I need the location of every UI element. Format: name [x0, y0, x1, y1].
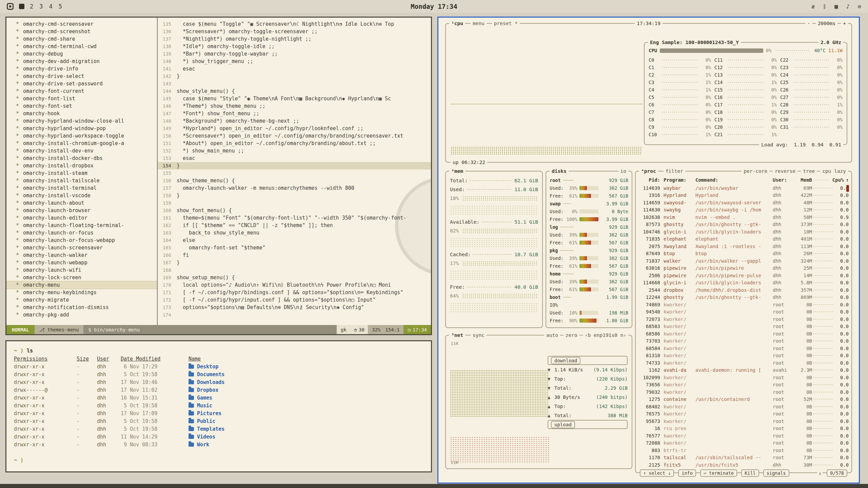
file-list-item[interactable]: * omarchy-hyprland-workspace-toggle — [6, 132, 157, 140]
process-row[interactable]: 1916 Hyprland Hyprland dhh 422M 0.0 — [638, 192, 849, 199]
reverse-toggle[interactable]: reverse — [773, 167, 797, 175]
process-row[interactable]: 68402 kworker/ root 0B 0.0 — [638, 403, 849, 410]
file-list-item[interactable]: * omarchy-launch-floating-terminal- — [6, 222, 157, 229]
kill-button[interactable]: Kill — [741, 469, 759, 477]
process-scrollbar[interactable] — [846, 185, 849, 192]
select-buttons[interactable]: ↑ select ↓ — [640, 469, 674, 477]
interface-selector[interactable]: ‹b enp191s0 n› — [583, 331, 628, 339]
process-row[interactable]: 63816 pipewire /usr/bin/pipewire dhh 25M… — [638, 265, 849, 272]
file-list-item[interactable]: * omarchy-launch-screensaver — [6, 244, 157, 251]
process-row[interactable]: 1162 avahi-da avahi-daemon: running [ av… — [638, 367, 849, 374]
menu-button[interactable]: menu — [471, 20, 487, 27]
signals-button[interactable]: signals — [763, 469, 789, 477]
process-row[interactable]: 12244 ghostty /usr/bin/ghostty --gtk- dh… — [638, 294, 849, 301]
process-row[interactable]: 104746 glycin-i /usr/lib/glycin-loaders … — [638, 228, 849, 236]
process-row[interactable]: 73703 kworker/ root 0B 0.0 — [638, 338, 849, 345]
process-row[interactable]: 2075 Xwayland Xwayland :1 -rootless - dh… — [638, 243, 849, 250]
process-row[interactable]: 803 btrfs-tr root 0B 0.0 — [638, 447, 849, 454]
file-list-item[interactable]: * omarchy-hyprland-window-pop — [6, 125, 157, 132]
tray-icon[interactable]: ▦ — [834, 3, 838, 10]
tray-icon[interactable]: ♪ — [846, 3, 850, 10]
workspace-active-indicator[interactable] — [19, 4, 24, 9]
tray-icon[interactable]: ⇵ — [811, 3, 815, 10]
file-list-item[interactable]: * omarchy-cmd-share — [6, 35, 157, 43]
file-list-item[interactable]: * omarchy-debug — [6, 50, 157, 58]
process-row[interactable]: 1275 containe /usr/bin/containerd root 5… — [638, 396, 849, 403]
process-row[interactable]: 76575 kworker/ root 0B 0.0 — [638, 410, 849, 418]
process-row[interactable]: 2544 dropbox /home/dhh/.dropbox-dist dhh… — [638, 286, 849, 294]
file-list-item[interactable]: * omarchy-menu — [6, 281, 157, 289]
filter-button[interactable]: filter — [664, 167, 685, 175]
file-list-item[interactable]: * omarchy-menu-keybindings — [6, 289, 157, 296]
zero-button[interactable]: zero — [564, 331, 579, 339]
file-list-item[interactable]: * omarchy-notification-dismiss — [6, 304, 157, 311]
process-row[interactable]: 68583 kworker/ root 0B 0.0 — [638, 323, 849, 330]
io-toggle-button[interactable]: io — [618, 167, 628, 175]
file-list-item[interactable]: * omarchy-install-dropbox — [6, 162, 157, 169]
file-list-item[interactable]: * omarchy-hyprland-window-close-all — [6, 117, 157, 125]
file-list-item[interactable]: * omarchy-install-docker-dbs — [6, 155, 157, 162]
process-row[interactable]: 102099 kworker/ root 0B 0.0 — [638, 374, 849, 381]
file-list-item[interactable]: * omarchy-install-steam — [6, 169, 157, 177]
sync-button[interactable]: sync — [471, 331, 487, 339]
process-row[interactable]: 73656 kworker/ root 0B 0.0 — [638, 381, 849, 389]
update-increase-button[interactable]: + — [841, 20, 848, 27]
preset-button[interactable]: preset * — [492, 20, 520, 27]
process-row[interactable]: 71837 walker /usr/bin/walker --gappl dhh… — [638, 257, 849, 265]
process-row[interactable]: 71835 elephant elephant dhh 401M 0.0 — [638, 236, 849, 243]
process-row[interactable]: 114668 glycin-i /usr/lib/glycin-loaders … — [638, 279, 849, 287]
process-row[interactable]: 72073 kworker/ root 0B 0.0 — [638, 316, 849, 323]
tray-icon[interactable]: ⊙ — [858, 3, 861, 10]
process-row[interactable]: 94540 kworker/ root 0B 0.0 — [638, 308, 849, 316]
file-list-item[interactable]: * omarchy-migrate — [6, 296, 157, 304]
file-list-item[interactable]: * omarchy-launch-webapp — [6, 259, 157, 266]
file-list-item[interactable]: * omarchy-font-list — [6, 95, 157, 102]
file-list-item[interactable]: * omarchy-launch-or-focus — [6, 229, 157, 237]
process-row[interactable]: 68584 kworker/ root 0B 0.0 — [638, 345, 849, 352]
file-list-item[interactable]: * omarchy-cmd-screensaver — [6, 20, 157, 28]
file-list-item[interactable]: * omarchy-install-dev-env — [6, 147, 157, 155]
process-row[interactable]: 114659 swayosd- /usr/bin/swayosd-server … — [638, 199, 849, 206]
file-list-item[interactable]: * omarchy-launch-about — [6, 199, 157, 207]
sort-selector[interactable]: cpu lazy — [820, 167, 848, 175]
file-list-item[interactable]: * omarchy-launch-editor — [6, 214, 157, 222]
process-row[interactable]: 1170 tailscal /usr/sbin/tailscaled -- ro… — [638, 454, 849, 462]
process-row[interactable]: 81310 kworker/ root 0B 0.0 — [638, 352, 849, 360]
file-list-item[interactable]: * omarchy-install-terminal — [6, 184, 157, 192]
process-row[interactable]: 74869 kworker/ root 0B 0.0 — [638, 301, 849, 308]
info-button[interactable]: info — [678, 469, 696, 477]
process-row[interactable]: 102638 nvim nvim --embed . dhh 58M 0.9 — [638, 214, 849, 221]
file-list-item[interactable]: * omarchy-cmd-screenshot — [6, 28, 157, 35]
file-list-item[interactable]: * omarchy-launch-wifi — [6, 266, 157, 274]
file-list-item[interactable]: * omarchy-lock-screen — [6, 274, 157, 281]
file-list-item[interactable]: * omarchy-dev-add-migration — [6, 58, 157, 65]
process-row[interactable]: 79032 kworker/ root 0B 0.0 — [638, 388, 849, 396]
process-row[interactable]: 2506 pipewire /usr/bin/pipewire-pulse dh… — [638, 272, 849, 279]
process-row[interactable]: 72088 kworker/ root 0B 0.0 — [638, 440, 849, 447]
process-row[interactable]: 68586 kworker/ root 0B 0.0 — [638, 330, 849, 338]
scroll-down-icon[interactable]: ↓ — [817, 470, 823, 476]
file-list-item[interactable]: * omarchy-install-vscode — [6, 192, 157, 199]
process-row[interactable]: 74733 kworker/ root 0B 0.0 — [638, 359, 849, 367]
process-row[interactable]: 76577 kworker/ root 0B 0.0 — [638, 432, 849, 440]
file-list-item[interactable]: * omarchy-font-set — [6, 102, 157, 110]
tree-toggle[interactable]: tree — [801, 167, 817, 175]
file-list-item[interactable]: * omarchy-install-tailscale — [6, 177, 157, 184]
workspace-number[interactable]: 4 — [49, 3, 53, 10]
file-list-item[interactable]: * omarchy-launch-browser — [6, 207, 157, 214]
process-row[interactable]: 16 rcu_pree root 0B 0.0 — [638, 425, 849, 432]
auto-button[interactable]: auto — [544, 331, 560, 339]
file-list-item[interactable]: * omarchy-drive-set-password — [6, 80, 157, 87]
workspace-number[interactable]: 5 — [59, 3, 62, 10]
process-row[interactable]: 2125 fcitx5 /usr/bin/fcitx5 dhh 30M 0.0 — [638, 461, 849, 469]
per-core-toggle[interactable]: per-core — [742, 167, 769, 175]
process-row[interactable]: 114639 waybar /usr/bin/waybar dhh 69M 0.… — [638, 184, 849, 192]
file-list-item[interactable]: * omarchy-drive-select — [6, 73, 157, 80]
file-list-item[interactable]: * omarchy-cmd-terminal-cwd — [6, 43, 157, 50]
process-row[interactable]: 95673 kworker/ root 0B 0.0 — [638, 418, 849, 425]
file-list-item[interactable]: * omarchy-launch-or-focus-webapp — [6, 237, 157, 244]
process-row[interactable]: 114630 swaybg /usr/bin/swaybg -i /hom dh… — [638, 206, 849, 214]
process-row[interactable]: 87649 btop btop dhh 26M 0.0 — [638, 250, 849, 258]
sort-direction-icon[interactable]: ↑ — [846, 177, 849, 183]
file-list-item[interactable]: * omarchy-drive-info — [6, 65, 157, 73]
